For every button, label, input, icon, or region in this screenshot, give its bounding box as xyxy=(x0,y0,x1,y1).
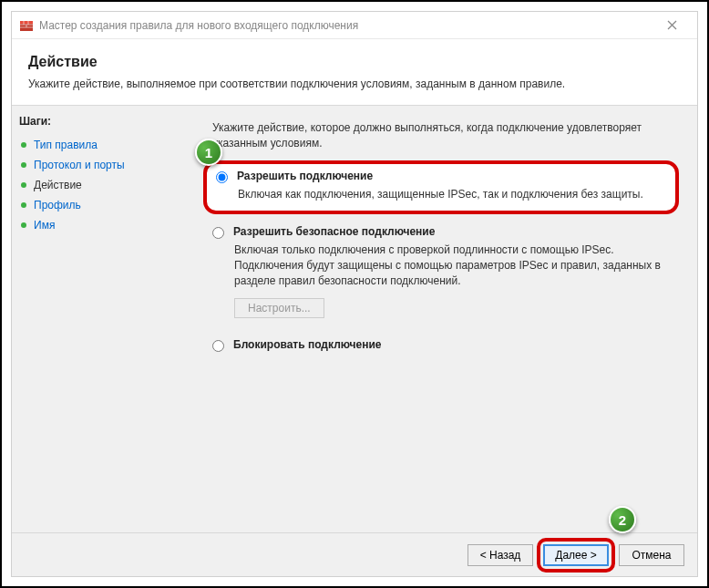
radio-allow-secure[interactable] xyxy=(212,227,224,239)
step-protocol-ports[interactable]: Протокол и порты xyxy=(19,155,169,175)
next-button-highlight: Далее > xyxy=(537,538,615,573)
option-desc: Включая как подключения, защищенные IPSe… xyxy=(238,187,666,202)
window-title: Мастер создания правила для нового входя… xyxy=(39,19,653,32)
firewall-icon xyxy=(19,18,34,33)
option-title: Разрешить безопасное подключение xyxy=(233,225,435,238)
content-area: Укажите действие, которое должно выполня… xyxy=(176,106,697,532)
annotation-2: 2 xyxy=(609,506,636,533)
step-name[interactable]: Имя xyxy=(19,215,169,235)
footer: < Назад Далее > Отмена xyxy=(12,532,697,576)
radio-block[interactable] xyxy=(212,340,224,352)
cancel-button[interactable]: Отмена xyxy=(619,544,684,566)
svg-rect-1 xyxy=(20,21,33,24)
step-action[interactable]: Действие xyxy=(19,175,169,195)
steps-label: Шаги: xyxy=(19,115,169,128)
intro-text: Укажите действие, которое должно выполня… xyxy=(212,120,679,151)
option-allow-secure[interactable]: Разрешить безопасное подключение Включая… xyxy=(203,220,679,326)
option-title: Разрешить подключение xyxy=(237,170,373,182)
option-allow-connection[interactable]: Разрешить подключение Включая как подклю… xyxy=(203,160,679,215)
close-button[interactable] xyxy=(653,13,690,38)
annotation-1: 1 xyxy=(195,139,222,166)
page-subtitle: Укажите действие, выполняемое при соотве… xyxy=(28,77,681,90)
radio-allow[interactable] xyxy=(216,171,228,183)
step-rule-type[interactable]: Тип правила xyxy=(19,135,169,155)
step-profile[interactable]: Профиль xyxy=(19,195,169,215)
option-title: Блокировать подключение xyxy=(233,338,382,351)
configure-button: Настроить... xyxy=(234,298,324,318)
page-header: Действие Укажите действие, выполняемое п… xyxy=(12,39,697,99)
option-desc: Включая только подключения с проверкой п… xyxy=(234,242,670,288)
wizard-window: Мастер создания правила для нового входя… xyxy=(11,11,698,577)
option-block[interactable]: Блокировать подключение xyxy=(203,333,679,361)
back-button[interactable]: < Назад xyxy=(468,544,533,566)
next-button[interactable]: Далее > xyxy=(543,544,609,566)
page-title: Действие xyxy=(28,54,681,70)
titlebar: Мастер создания правила для нового входя… xyxy=(12,12,697,39)
steps-sidebar: Шаги: Тип правила Протокол и порты Дейст… xyxy=(12,106,176,532)
